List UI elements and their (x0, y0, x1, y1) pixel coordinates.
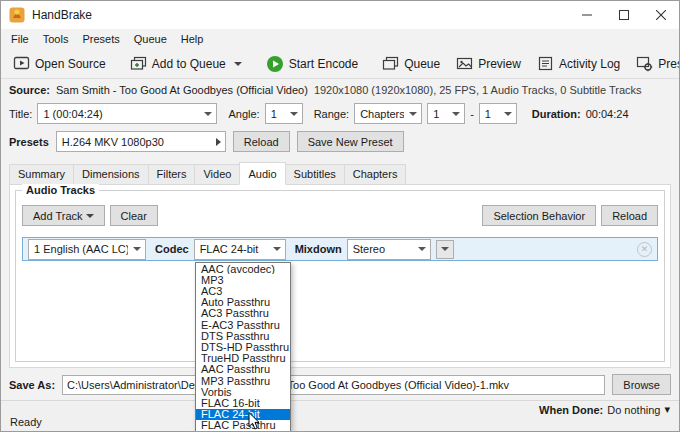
open-source-button[interactable]: Open Source (6, 52, 113, 75)
codec-option[interactable]: FLAC 24-bit (196, 409, 290, 420)
chevron-down-icon (504, 112, 512, 116)
menu-item[interactable]: Help (174, 31, 211, 47)
codec-option[interactable]: Vorbis (196, 386, 290, 397)
minimize-button[interactable] (568, 1, 605, 29)
codec-option[interactable]: DTS-HD Passthru (196, 341, 290, 352)
spacer (163, 205, 478, 226)
duration-label: Duration: (532, 108, 581, 120)
status-row: Ready (10, 416, 670, 428)
audio-buttons-row: Add Track Clear Selection Behavior Reloa… (22, 205, 658, 226)
range-separator: - (470, 108, 474, 120)
codec-option[interactable]: Auto Passthru (196, 297, 290, 308)
chevron-right-icon (216, 138, 221, 146)
menu-item[interactable]: Presets (75, 31, 126, 47)
codec-option[interactable]: DTS Passthru (196, 330, 290, 341)
presets-select[interactable]: H.264 MKV 1080p30 (56, 131, 226, 152)
start-encode-button[interactable]: Start Encode (259, 52, 365, 76)
codec-option[interactable]: MP3 (196, 274, 290, 285)
mouse-cursor-icon (248, 412, 260, 430)
chevron-down-icon: ▾ (664, 403, 670, 416)
chevron-down-icon (133, 247, 141, 251)
menu-item[interactable]: Queue (127, 31, 174, 47)
chevron-down-icon (418, 247, 426, 251)
status-text: Ready (10, 416, 42, 428)
when-done-control[interactable]: When Done: Do nothing ▾ (10, 403, 670, 416)
save-new-preset-button[interactable]: Save New Preset (297, 131, 404, 152)
handbrake-window: HandBrake FileToolsPresetsQueueHelp Open… (0, 0, 680, 432)
preview-icon (456, 55, 473, 72)
menu-item[interactable]: File (4, 31, 36, 47)
selection-behavior-button[interactable]: Selection Behavior (482, 205, 596, 226)
tab[interactable]: Filters (148, 164, 196, 184)
remove-track-icon[interactable]: ✕ (637, 242, 652, 257)
audio-tracks-title: Audio Tracks (22, 184, 99, 196)
save-as-input[interactable] (62, 375, 605, 395)
when-done-value: Do nothing (607, 404, 660, 416)
mixdown-select[interactable]: Stereo (347, 239, 431, 260)
track-source-select[interactable]: 1 English (AAC LC) (28, 239, 146, 260)
browse-button[interactable]: Browse (612, 374, 671, 395)
codec-option[interactable]: TrueHD Passthru (196, 353, 290, 364)
add-track-button[interactable]: Add Track (22, 205, 105, 226)
activity-log-button[interactable]: Activity Log (530, 52, 627, 75)
maximize-button[interactable] (605, 1, 642, 29)
codec-option[interactable]: AC3 (196, 285, 290, 296)
angle-label: Angle: (228, 108, 259, 120)
statusbar: When Done: Do nothing ▾ Ready (1, 400, 679, 431)
reload-audio-button[interactable]: Reload (601, 205, 658, 226)
codec-option[interactable]: AAC Passthru (196, 364, 290, 375)
source-label: Source: (9, 84, 50, 96)
menubar: FileToolsPresetsQueueHelp (1, 29, 679, 49)
title-select[interactable]: 1 (00:04:24) (37, 103, 217, 124)
chevron-down-icon (204, 112, 212, 116)
presets-row: Presets H.264 MKV 1080p30 Reload Save Ne… (9, 131, 671, 152)
mixdown-label: Mixdown (295, 243, 342, 255)
codec-select[interactable]: FLAC 24-bit (194, 239, 286, 260)
tab[interactable]: Chapters (344, 164, 407, 184)
source-name: Sam Smith - Too Good At Goodbyes (Offici… (56, 84, 308, 96)
chevron-down-icon (441, 247, 449, 251)
codec-option[interactable]: FLAC Passthru (196, 420, 290, 431)
reload-presets-button[interactable]: Reload (233, 131, 290, 152)
audio-tab-panel: Audio Tracks Add Track Clear Selection B… (9, 184, 671, 368)
range-type-select[interactable]: Chapters (354, 103, 422, 124)
presets-button[interactable]: Presets (629, 52, 680, 75)
range-from-select[interactable]: 1 (427, 103, 465, 124)
chevron-down-icon (273, 247, 281, 251)
preview-button[interactable]: Preview (449, 52, 528, 75)
audio-tracks-groupbox: Audio Tracks Add Track Clear Selection B… (15, 190, 665, 362)
codec-option[interactable]: E-AC3 Passthru (196, 319, 290, 330)
menu-item[interactable]: Tools (36, 31, 76, 47)
codec-option[interactable]: AAC (avcodec) (196, 263, 290, 274)
codec-option[interactable]: FLAC 16-bit (196, 397, 290, 408)
save-as-label: Save As: (9, 379, 55, 391)
chevron-down-icon (290, 112, 298, 116)
chevron-down-icon (86, 214, 94, 218)
chevron-down-icon (409, 112, 417, 116)
add-to-queue-button[interactable]: Add to Queue (123, 52, 249, 75)
window-title: HandBrake (32, 8, 92, 22)
titlebar: HandBrake (1, 1, 679, 29)
presets-icon (636, 55, 653, 72)
tab[interactable]: Audio (239, 162, 285, 185)
tab-bar: SummaryDimensionsFiltersVideoAudioSubtit… (9, 162, 671, 184)
title-label: Title: (9, 108, 32, 120)
save-as-row: Save As: Browse (9, 374, 671, 395)
queue-icon (382, 55, 399, 72)
tab[interactable]: Dimensions (73, 164, 148, 184)
queue-button[interactable]: Queue (375, 52, 447, 75)
track-expand-button[interactable] (436, 240, 454, 259)
tab[interactable]: Subtitles (285, 164, 345, 184)
handbrake-logo-icon (9, 7, 25, 23)
tab[interactable]: Video (194, 164, 240, 184)
start-encode-icon (266, 55, 284, 73)
clear-tracks-button[interactable]: Clear (110, 205, 158, 226)
close-button[interactable] (642, 1, 679, 29)
codec-option[interactable]: AC3 Passthru (196, 308, 290, 319)
codec-option[interactable]: MP3 Passthru (196, 375, 290, 386)
content: Source: Sam Smith - Too Good At Goodbyes… (1, 79, 679, 400)
angle-select[interactable]: 1 (265, 103, 303, 124)
tab[interactable]: Summary (9, 164, 74, 184)
range-to-select[interactable]: 1 (479, 103, 517, 124)
codec-label: Codec (155, 243, 189, 255)
